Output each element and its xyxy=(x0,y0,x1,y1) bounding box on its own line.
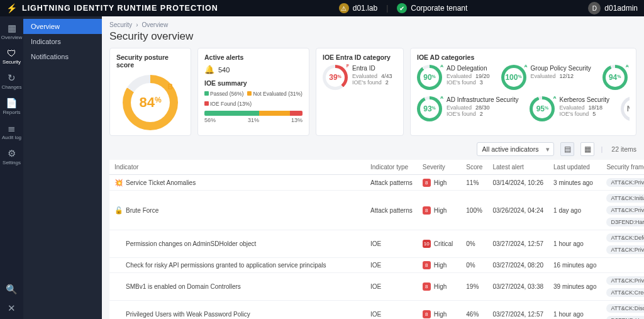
crumb-security[interactable]: Security xyxy=(109,21,132,28)
col-latest[interactable]: Latest alert xyxy=(487,160,548,175)
table-row[interactable]: Permission changes on AdminSDHolder obje… xyxy=(109,230,644,258)
rail-changes[interactable]: ↻Changes xyxy=(0,69,23,94)
table-row[interactable]: SMBv1 is enabled on Domain Controllers I… xyxy=(109,273,644,301)
view-grid-icon[interactable]: ▦ xyxy=(580,142,594,156)
ioe-bar xyxy=(204,111,303,116)
table-row[interactable]: 💥Service Ticket Anomalies Attack pattern… xyxy=(109,175,644,191)
latest-alert: 03/27/2024, 12:57 xyxy=(487,230,548,258)
severity-cell: 8High xyxy=(423,261,457,269)
category-ring[interactable]: A 93% AD Infrastructure Security Evaluat… xyxy=(417,96,518,121)
posture-card: Security posture score B 84% xyxy=(109,48,191,136)
warning-icon: ⚠ xyxy=(339,3,349,13)
category-ring[interactable]: A 95% Kerberos Security Evaluated18/18 I… xyxy=(530,96,609,121)
cat-ad-title: IOE AD categories xyxy=(417,53,630,61)
ioe-nums: 56%31%13% xyxy=(204,117,303,123)
col-type[interactable]: Indicator type xyxy=(365,160,418,175)
subnav-indicators[interactable]: Indicators xyxy=(23,34,102,49)
framework-tag[interactable]: ATT&CK:Privilege Escalation xyxy=(606,276,644,285)
indicators-table: Indicator Indicator type Severity Score … xyxy=(109,160,644,319)
topbar: ⚡ LIGHTNING IDENTITY RUNTIME PROTECTION … xyxy=(0,0,644,16)
latest-alert: 03/27/2024, 12:57 xyxy=(487,301,548,320)
severity-badge: 8 xyxy=(423,261,431,269)
indicator-type: IOE xyxy=(365,301,418,320)
table-toolbar: All active indicators ▤ ▦ | 22 items xyxy=(109,142,636,156)
col-tags[interactable]: Security framework tags xyxy=(601,160,644,175)
indicator-name: Check for risky API permissions granted … xyxy=(126,262,326,269)
framework-tag[interactable]: ATT&CK:Privilege Escalation xyxy=(606,245,644,254)
subnav: Overview Indicators Notifications xyxy=(23,16,102,319)
category-ring[interactable]: A 94% Account Sec Evaluated25 IOE's foun… xyxy=(602,65,630,90)
cat-entra-title: IOE Entra ID category xyxy=(323,53,397,61)
severity-badge: 10 xyxy=(423,240,431,248)
posture-donut: B 84% xyxy=(123,75,178,130)
score: 11% xyxy=(461,175,487,191)
indicator-name: Brute Force xyxy=(126,207,158,214)
col-severity[interactable]: Severity xyxy=(418,160,462,175)
posture-value: 84 xyxy=(139,94,154,111)
severity-cell: 8High xyxy=(423,283,457,291)
subnav-overview[interactable]: Overview xyxy=(23,19,102,34)
rail-security[interactable]: 🛡Security xyxy=(0,44,23,69)
filter-select[interactable]: All active indicators xyxy=(477,142,555,156)
last-updated: 3 minutes ago xyxy=(548,175,601,191)
ioe-summary-title: IOE summary xyxy=(204,79,303,87)
framework-tag[interactable]: ATT&CK:Defense Evasion xyxy=(606,233,644,242)
framework-tag[interactable]: ATT&CK:Discovery xyxy=(606,304,644,313)
cat-entra-card: IOE Entra ID category F 39% Entra ID Eva… xyxy=(316,48,404,136)
posture-grade: B xyxy=(167,82,173,91)
rail-overview[interactable]: ▦Overview xyxy=(0,19,23,44)
indicator-name: Permission changes on AdminSDHolder obje… xyxy=(126,240,256,247)
severity-badge: 8 xyxy=(423,310,431,318)
category-ring[interactable]: N/A Hybrid Evaluated xyxy=(621,96,630,121)
subnav-notifications[interactable]: Notifications xyxy=(23,49,102,64)
col-updated[interactable]: Last updated xyxy=(548,160,601,175)
table-row[interactable]: Check for risky API permissions granted … xyxy=(109,258,644,273)
category-ring[interactable]: A 90% AD Delegation Evaluated19/20 IOE's… xyxy=(417,65,490,90)
tenant-lab[interactable]: ⚠ d01.lab xyxy=(339,3,377,13)
latest-alert: 03/14/2024, 10:26 xyxy=(487,175,548,191)
posture-title: Security posture score xyxy=(116,53,184,69)
close-icon[interactable]: ✕ xyxy=(8,303,16,314)
rail-auditlog[interactable]: ≣Audit log xyxy=(0,119,23,144)
alerts-title: Active alerts xyxy=(204,53,303,61)
cat-ad-card: IOE AD categories A 90% AD Delegation Ev… xyxy=(410,48,636,136)
search-icon[interactable]: 🔍 xyxy=(6,284,18,295)
latest-alert: 03/27/2024, 03:38 xyxy=(487,273,548,301)
score: 100% xyxy=(461,191,487,230)
framework-tag[interactable]: ATT&CK:Initial Access xyxy=(606,194,644,203)
score: 0% xyxy=(461,258,487,273)
rail-reports[interactable]: 📄Reports xyxy=(0,94,23,119)
alerts-card: Active alerts 🔔540 IOE summary Passed (5… xyxy=(197,48,309,136)
framework-tag[interactable]: ATT&CK:Credential Access xyxy=(606,288,644,297)
ioe-legend: Passed (56%) Not Evaluated (31%) IOE Fou… xyxy=(204,91,303,107)
gear-icon: ⚙ xyxy=(8,148,16,159)
framework-tag[interactable]: D3FEND:Harden - Strong Password Policy xyxy=(606,218,644,227)
severity-cell: 8High xyxy=(423,179,457,187)
severity-badge: 8 xyxy=(423,179,431,187)
last-updated: 1 hour ago xyxy=(548,301,601,320)
framework-tag[interactable]: ATT&CK:Privilege Escalation xyxy=(606,178,644,187)
tenant-corp-label: Corporate tenant xyxy=(411,4,467,13)
view-list-icon[interactable]: ▤ xyxy=(560,142,574,156)
bell-icon: 🔔 xyxy=(204,65,214,74)
tenant-corporate[interactable]: ✔ Corporate tenant xyxy=(397,3,467,13)
indicator-type: IOE xyxy=(365,258,418,273)
tenant-lab-label: d01.lab xyxy=(353,4,377,13)
last-updated: 1 hour ago xyxy=(548,230,601,258)
rail-settings[interactable]: ⚙Settings xyxy=(0,144,23,169)
category-ring[interactable]: F 39% Entra ID Evaluated4/43 IOE's found… xyxy=(323,65,397,90)
avatar[interactable]: D xyxy=(588,2,601,14)
latest-alert: 03/26/2024, 04:24 xyxy=(487,191,548,230)
table-row[interactable]: 🔓Brute Force Attack patterns 8High 100% … xyxy=(109,191,644,230)
col-score[interactable]: Score xyxy=(461,160,487,175)
score: 46% xyxy=(461,301,487,320)
table-row[interactable]: Privileged Users with Weak Password Poli… xyxy=(109,301,644,320)
latest-alert: 03/27/2024, 08:20 xyxy=(487,258,548,273)
framework-tag[interactable]: ATT&CK:Privilege Escalation xyxy=(606,206,644,215)
page-title: Security overview xyxy=(109,30,636,43)
category-ring[interactable]: A 100% Group Policy Security Evaluated12… xyxy=(501,65,591,90)
score: 0% xyxy=(461,230,487,258)
framework-tag[interactable]: D3FEND:Harden - Strong Password Policy xyxy=(606,316,644,319)
col-indicator[interactable]: Indicator xyxy=(109,160,365,175)
indicator-icon: 💥 xyxy=(114,179,122,187)
